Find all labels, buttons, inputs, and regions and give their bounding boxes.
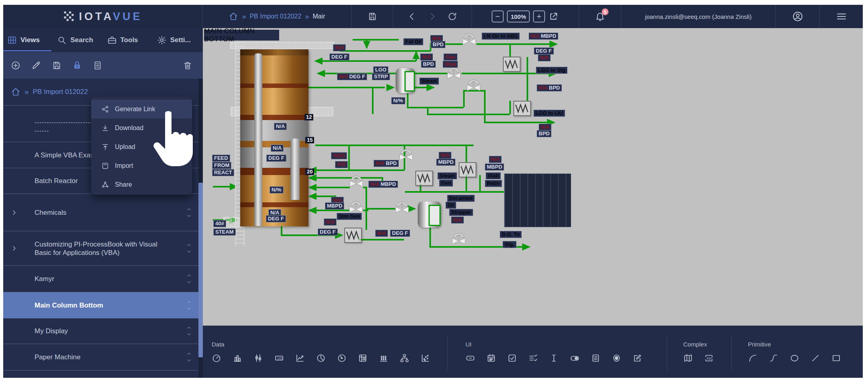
reorder-stepper[interactable]: [186, 325, 192, 337]
expand-icon[interactable]: [11, 210, 17, 216]
reorder-stepper[interactable]: [186, 207, 192, 218]
gauge-icon[interactable]: [212, 353, 221, 363]
tab-search[interactable]: Search: [53, 28, 103, 52]
list-button[interactable]: [93, 61, 102, 70]
walkway-top: [230, 42, 334, 49]
edit-icon[interactable]: [633, 353, 642, 363]
control-valve: [462, 33, 476, 45]
process-value-label: Reblr: [485, 180, 502, 187]
process-value-label: Steam: [419, 77, 439, 85]
pipe-segment: [509, 101, 511, 114]
flow-arrow: [317, 70, 325, 77]
reorder-stepper[interactable]: [186, 242, 192, 254]
hierarchy-icon[interactable]: [400, 353, 409, 363]
radio-icon[interactable]: [612, 353, 621, 363]
number-input-icon[interactable]: 123: [274, 353, 284, 363]
lock-button[interactable]: [72, 61, 82, 70]
tab-tools[interactable]: Tools: [103, 28, 153, 52]
scatter-plot-icon[interactable]: [421, 353, 430, 363]
sidebar: Views Search Tools Setti... » PB Import …: [3, 28, 203, 378]
control-valve: [349, 175, 364, 187]
list-box-icon[interactable]: [591, 353, 600, 363]
sidebar-item[interactable]: Chemicals: [3, 194, 199, 231]
process-value-label: FEED: [212, 155, 230, 162]
ellipse-icon[interactable]: [790, 353, 799, 363]
pie-chart-icon[interactable]: [316, 353, 326, 363]
sidebar-item[interactable]: My Display: [3, 318, 199, 344]
menu-item-share[interactable]: Share: [91, 175, 192, 194]
process-value-label: MBPD: [485, 163, 504, 171]
pipe-segment: [353, 39, 399, 41]
home-icon[interactable]: [11, 87, 20, 97]
process-value-label: Gas: [443, 53, 457, 61]
open-external-button[interactable]: [548, 11, 559, 22]
toggle-icon[interactable]: [570, 353, 580, 363]
dial-icon[interactable]: [337, 353, 347, 363]
edit-button[interactable]: [31, 61, 41, 70]
scrollbar-thumb[interactable]: [198, 183, 203, 357]
line-icon[interactable]: [811, 353, 820, 363]
expand-icon[interactable]: [11, 245, 17, 251]
pipe-segment: [311, 177, 382, 179]
process-value-label: FROM: [212, 162, 231, 169]
zoom-out-button[interactable]: [492, 10, 504, 22]
delete-button[interactable]: [183, 61, 192, 70]
logo-text: IOTAVUE: [79, 10, 143, 23]
arc-icon[interactable]: [748, 353, 758, 363]
toolbar-divider: [447, 336, 448, 371]
calendar-icon[interactable]: [486, 353, 496, 363]
save-button[interactable]: [52, 61, 61, 70]
process-diagram-canvas[interactable]: MAIN COLUMN BOTTOM N/A12N/ADEG F1520N/%N…: [203, 28, 863, 326]
menu-item-label: Upload: [115, 143, 135, 151]
sqc-icon[interactable]: SQC: [704, 353, 714, 363]
zoom-level[interactable]: 100%: [507, 10, 529, 22]
breadcrumb-link[interactable]: PB Import 012022: [249, 13, 301, 20]
zoom-in-button[interactable]: [533, 10, 545, 22]
tab-views[interactable]: Views: [3, 28, 53, 52]
chevron-down-icon: [186, 279, 192, 285]
process-value-label: Slop: [443, 61, 458, 68]
pipe-segment: [315, 145, 474, 146]
forward-icon[interactable]: [427, 12, 437, 21]
curve-icon[interactable]: [769, 353, 778, 363]
bar-chart-icon[interactable]: [233, 353, 242, 363]
process-value-label: BPD: [537, 130, 551, 137]
sidebar-item[interactable]: Customizing PI-ProcessBook with Visual B…: [3, 231, 199, 266]
menu-section: [820, 5, 863, 28]
sidebar-item[interactable]: Kamyr: [3, 266, 199, 292]
process-value-label: LN Oil to ABS: [482, 33, 520, 40]
sidebar-item[interactable]: Paper Machine: [3, 344, 199, 371]
sidebar-breadcrumb-link[interactable]: PB Import 012022: [33, 88, 88, 96]
text-cursor-icon[interactable]: [549, 353, 559, 363]
process-value-label: MBPD: [436, 159, 455, 166]
home-icon[interactable]: [229, 12, 238, 21]
refresh-icon[interactable]: [447, 12, 457, 21]
tab-settings[interactable]: Setti...: [153, 28, 203, 52]
notifications[interactable]: 5: [579, 5, 622, 28]
back-icon[interactable]: [407, 12, 417, 21]
reorder-stepper[interactable]: [186, 273, 192, 285]
candlestick-icon[interactable]: [253, 353, 263, 363]
map-icon[interactable]: [683, 353, 693, 363]
process-value-label: LGO to LIU: [533, 110, 565, 117]
rectangle-icon[interactable]: [831, 353, 841, 363]
add-button[interactable]: [11, 61, 20, 70]
sidebar-scrollbar[interactable]: [198, 79, 203, 378]
process-value-label: N/A: [274, 123, 287, 130]
sidebar-item[interactable]: Main Column Bottom: [3, 292, 199, 318]
button-icon[interactable]: [466, 353, 475, 363]
trend-chart-icon[interactable]: [295, 353, 305, 363]
sidebar-tabs: Views Search Tools Setti...: [3, 28, 203, 52]
heatmap-icon[interactable]: [379, 353, 388, 363]
reorder-stepper[interactable]: [186, 300, 192, 311]
process-value-label: 15: [305, 137, 314, 143]
user-account-icon[interactable]: [792, 11, 803, 22]
reorder-stepper[interactable]: [186, 351, 192, 363]
download-icon: [101, 124, 109, 132]
hamburger-icon[interactable]: [835, 10, 848, 22]
checkbox-icon[interactable]: [507, 353, 517, 363]
process-value-label: 20: [305, 169, 314, 175]
save-icon[interactable]: [368, 12, 377, 21]
data-table-icon[interactable]: [358, 353, 368, 363]
multi-select-icon[interactable]: [528, 353, 538, 363]
